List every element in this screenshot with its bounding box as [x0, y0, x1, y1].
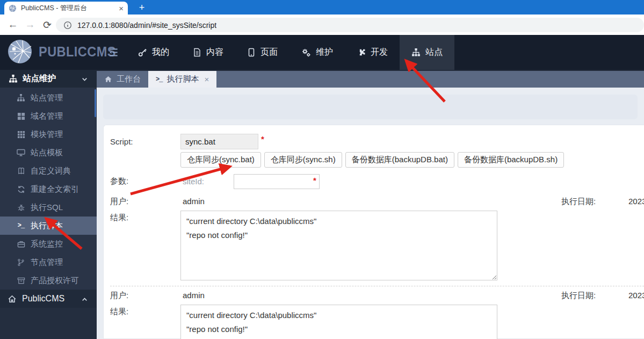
nav-label: 站点 — [425, 47, 443, 58]
sidebar-item-node-management[interactable]: 节点管理 — [0, 253, 97, 271]
new-tab-button[interactable]: + — [135, 1, 148, 14]
screen: PublicCMS - 管理后台 × + ← → ⟳ 127.0.0.1:808… — [0, 0, 644, 339]
tab-close-icon[interactable]: × — [119, 4, 124, 12]
logo-globe-icon — [8, 39, 32, 64]
tab-execute-script[interactable]: >_ 执行脚本 × — [148, 71, 216, 88]
result-textarea[interactable]: "current directory C:\data\publiccms" "r… — [180, 211, 497, 280]
user-label: 用户: — [110, 291, 128, 301]
nav-item-maintenance[interactable]: 维护 — [290, 35, 345, 70]
info-icon[interactable] — [63, 21, 72, 30]
sidebar-empty-area — [0, 308, 97, 339]
sidebar-item-module-management[interactable]: 模块管理 — [0, 125, 97, 143]
params-label: 参数: — [110, 176, 128, 186]
forward-icon[interactable]: → — [21, 19, 39, 31]
script-button-sync-bat[interactable]: 仓库同步(sync.bat) — [180, 152, 261, 168]
sidebar-item-label: 重建全文索引 — [31, 184, 79, 194]
script-button-backupdb-sh[interactable]: 备份数据库(backupDB.sh) — [458, 152, 564, 168]
record-divider — [110, 286, 644, 286]
tablet-icon — [247, 48, 256, 57]
sidebar-item-rebuild-index[interactable]: 重建全文索引 — [0, 180, 97, 198]
sidebar-item-domain-management[interactable]: 域名管理 — [0, 107, 97, 125]
bug-icon — [16, 204, 26, 212]
browser-tab[interactable]: PublicCMS - 管理后台 × — [4, 2, 128, 15]
sitemap-icon — [16, 93, 26, 102]
nav-item-my[interactable]: 我的 — [126, 35, 181, 70]
sidebar-item-site-template[interactable]: 站点模板 — [0, 143, 97, 162]
sidebar-item-label: 系统监控 — [31, 239, 63, 249]
tab-close-icon[interactable]: × — [204, 75, 209, 84]
browser-tabbar: PublicCMS - 管理后台 × + — [0, 0, 644, 15]
sidebar-item-label: 执行脚本 — [31, 221, 63, 231]
nav-label: 页面 — [261, 47, 278, 58]
sidebar-item-site-management[interactable]: 站点管理 — [0, 89, 97, 107]
script-label: Script: — [110, 137, 133, 146]
sidebar-item-label: 产品授权许可 — [31, 276, 79, 286]
file-icon — [193, 48, 201, 57]
tab-workbench[interactable]: 工作台 — [97, 71, 148, 88]
nav-item-page[interactable]: 页面 — [235, 35, 290, 70]
param-input[interactable] — [234, 174, 320, 189]
tab-label: 工作台 — [117, 74, 141, 84]
desktop-icon — [16, 148, 26, 157]
sidebar-section-publiccms[interactable]: PublicCMS — [0, 290, 97, 308]
nav-item-develop[interactable]: 开发 — [345, 35, 400, 70]
sidebar-menu: 站点管理 域名管理 模块管理 站点模板 自定义词典 重建全文索引 — [0, 89, 97, 290]
sidebar-item-execute-script[interactable]: >_ 执行脚本 — [0, 217, 97, 235]
result-label: 结果: — [110, 213, 128, 223]
nav-label: 开发 — [371, 47, 388, 58]
cogs-icon — [301, 48, 311, 57]
user-value: admin — [183, 291, 205, 300]
th-large-icon — [16, 112, 26, 120]
nav-label: 我的 — [152, 47, 169, 58]
nav-item-content[interactable]: 内容 — [181, 35, 235, 70]
book-icon — [16, 167, 26, 175]
url-text: 127.0.0.1:8080/admin/#site_sysSite/scrip… — [77, 21, 216, 30]
sidebar-item-execute-sql[interactable]: 执行SQL — [0, 198, 97, 217]
sidebar-item-system-monitor[interactable]: 系统监控 — [0, 235, 97, 253]
refresh-icon — [16, 185, 26, 193]
back-icon[interactable]: ← — [4, 19, 21, 31]
chevron-up-icon — [81, 295, 88, 305]
script-button-sync-sh[interactable]: 仓库同步(sync.sh) — [264, 152, 342, 168]
param-name-label: siteId: — [183, 177, 204, 186]
exec-date-label: 执行日期: — [561, 291, 596, 301]
main-nav: 我的 内容 页面 维护 开发 站点 — [101, 35, 454, 70]
nav-label: 内容 — [206, 47, 223, 58]
sidebar-item-label: 站点管理 — [31, 93, 63, 103]
sidebar-item-product-license[interactable]: 产品授权许可 — [0, 271, 97, 290]
exec-date-label: 执行日期: — [561, 197, 596, 207]
sitemap-icon — [411, 48, 421, 57]
script-shortcuts: 仓库同步(sync.bat) 仓库同步(sync.sh) 备份数据库(backu… — [180, 152, 564, 168]
result-label: 结果: — [110, 307, 128, 317]
script-button-backupdb-bat[interactable]: 备份数据库(backupDB.bat) — [345, 152, 454, 168]
exec-date-value: 2023 — [628, 197, 644, 206]
sidebar-collapse-button[interactable] — [101, 35, 126, 70]
browser-tab-title: PublicCMS - 管理后台 — [21, 4, 114, 13]
sidebar-item-label: 站点模板 — [31, 148, 63, 158]
sidebar-item-custom-dictionary[interactable]: 自定义词典 — [0, 162, 97, 180]
user-value: admin — [183, 197, 205, 206]
puzzle-icon — [357, 48, 366, 57]
url-bar[interactable]: 127.0.0.1:8080/admin/#site_sysSite/scrip… — [56, 18, 644, 32]
briefcase-icon — [16, 240, 26, 248]
toolbar-panel — [103, 95, 638, 119]
code-branch-icon — [16, 258, 26, 266]
home-icon — [104, 75, 112, 83]
home-icon — [8, 294, 17, 304]
terminal-icon: >_ — [156, 76, 162, 83]
sidebar-item-label: 节点管理 — [31, 257, 63, 268]
tab-label: 执行脚本 — [167, 74, 199, 84]
sidebar-section-title[interactable]: 站点维护 — [0, 70, 97, 88]
sidebar-section-label: 站点维护 — [23, 73, 56, 84]
key-icon — [138, 48, 147, 57]
sitemap-icon — [9, 74, 18, 83]
nav-item-site[interactable]: 站点 — [400, 35, 454, 70]
chevron-down-icon — [81, 75, 88, 85]
reload-icon[interactable]: ⟳ — [39, 19, 56, 31]
script-input[interactable] — [180, 134, 258, 149]
sidebar-item-label: 模块管理 — [31, 129, 63, 140]
result-textarea[interactable]: "current directory C:\data\publiccms" "r… — [180, 305, 497, 339]
user-label: 用户: — [110, 197, 128, 207]
param-required-marker: * — [313, 176, 316, 185]
script-required-marker: * — [261, 134, 264, 143]
